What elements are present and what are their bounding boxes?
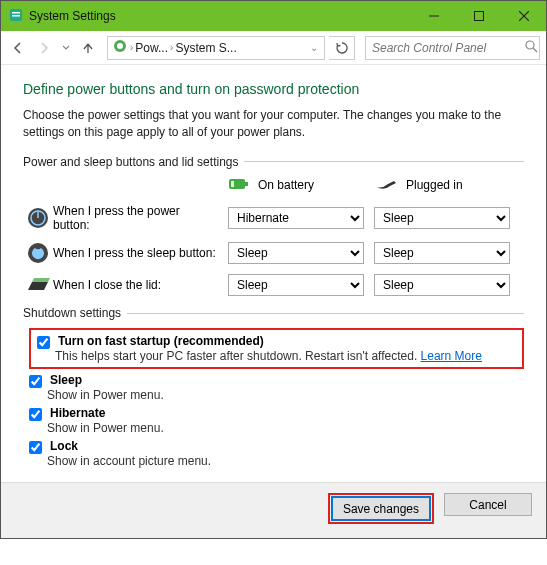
search-icon[interactable] (525, 40, 538, 56)
window-title: System Settings (29, 9, 116, 23)
save-highlight: Save changes (328, 493, 434, 524)
row-sleep-label: When I press the sleep button: (53, 246, 228, 260)
hibernate-row[interactable]: Hibernate (29, 406, 524, 421)
fast-startup-label: Turn on fast startup (recommended) (58, 334, 264, 348)
group-shutdown-label: Shutdown settings (23, 306, 121, 320)
group-power-sleep: Power and sleep buttons and lid settings (23, 155, 524, 169)
back-button[interactable] (7, 37, 29, 59)
sleep-sub: Show in Power menu. (47, 388, 524, 402)
breadcrumb-item-1[interactable]: Pow... (135, 41, 168, 55)
lid-plugged-select[interactable]: Sleep (374, 274, 510, 296)
chevron-right-icon: › (170, 42, 173, 53)
close-button[interactable] (501, 1, 546, 31)
fast-startup-sub: This helps start your PC faster after sh… (55, 349, 516, 363)
cancel-button[interactable]: Cancel (444, 493, 532, 516)
power-plugged-select[interactable]: Sleep (374, 207, 510, 229)
sleep-plugged-select[interactable]: Sleep (374, 242, 510, 264)
col-battery: On battery (228, 177, 374, 194)
hibernate-item: Hibernate Show in Power menu. (29, 406, 524, 435)
recent-dropdown[interactable] (59, 37, 73, 59)
up-button[interactable] (77, 37, 99, 59)
fast-startup-row[interactable]: Turn on fast startup (recommended) (37, 334, 516, 349)
svg-rect-1 (12, 12, 20, 14)
fast-startup-item: Turn on fast startup (recommended) This … (29, 328, 524, 369)
row-lid-label: When I close the lid: (53, 278, 228, 292)
content-area: Define power buttons and turn on passwor… (1, 65, 546, 482)
svg-rect-2 (12, 15, 20, 17)
fast-startup-checkbox[interactable] (37, 336, 50, 349)
hibernate-sub: Show in Power menu. (47, 421, 524, 435)
save-button[interactable]: Save changes (332, 497, 430, 520)
refresh-button[interactable] (329, 36, 355, 60)
lock-row[interactable]: Lock (29, 439, 524, 454)
sleep-row[interactable]: Sleep (29, 373, 524, 388)
sleep-battery-select[interactable]: Sleep (228, 242, 364, 264)
lock-label: Lock (50, 439, 78, 453)
power-battery-select[interactable]: Hibernate (228, 207, 364, 229)
group-shutdown: Shutdown settings (23, 306, 524, 320)
col-plugged-label: Plugged in (406, 178, 463, 192)
lid-icon (23, 276, 53, 294)
svg-rect-4 (474, 12, 483, 21)
lock-item: Lock Show in account picture menu. (29, 439, 524, 468)
search-box[interactable] (365, 36, 540, 60)
battery-icon (228, 177, 250, 194)
app-icon (9, 8, 23, 25)
svg-point-9 (526, 41, 534, 49)
search-input[interactable] (370, 40, 525, 56)
svg-line-10 (533, 48, 537, 52)
sleep-button-icon (23, 242, 53, 264)
lock-checkbox[interactable] (29, 441, 42, 454)
row-power-button: When I press the power button: Hibernate… (23, 204, 524, 233)
power-button-icon (23, 207, 53, 229)
svg-rect-12 (245, 182, 248, 186)
sleep-checkbox[interactable] (29, 375, 42, 388)
page-description: Choose the power settings that you want … (23, 107, 524, 141)
row-lid: When I close the lid: Sleep Sleep (23, 274, 524, 296)
svg-rect-13 (231, 181, 234, 187)
forward-button[interactable] (33, 37, 55, 59)
hibernate-checkbox[interactable] (29, 408, 42, 421)
group-label: Power and sleep buttons and lid settings (23, 155, 238, 169)
sleep-label: Sleep (50, 373, 82, 387)
titlebar: System Settings (1, 1, 546, 31)
fast-startup-desc: This helps start your PC faster after sh… (55, 349, 421, 363)
button-bar: Save changes Cancel (1, 482, 546, 538)
lid-battery-select[interactable]: Sleep (228, 274, 364, 296)
row-power-label: When I press the power button: (53, 204, 228, 233)
col-plugged: Plugged in (374, 177, 520, 194)
lock-sub: Show in account picture menu. (47, 454, 524, 468)
sleep-item: Sleep Show in Power menu. (29, 373, 524, 402)
minimize-button[interactable] (411, 1, 456, 31)
page-heading: Define power buttons and turn on passwor… (23, 81, 524, 97)
col-battery-label: On battery (258, 178, 314, 192)
breadcrumb[interactable]: › Pow... › System S... ⌄ (107, 36, 325, 60)
svg-point-8 (117, 43, 123, 49)
row-sleep-button: When I press the sleep button: Sleep Sle… (23, 242, 524, 264)
chevron-down-icon[interactable]: ⌄ (310, 42, 318, 53)
window-title-wrap: System Settings (9, 8, 411, 25)
maximize-button[interactable] (456, 1, 501, 31)
column-headers: On battery Plugged in (23, 177, 524, 194)
plug-icon (374, 177, 398, 194)
shutdown-settings: Turn on fast startup (recommended) This … (23, 328, 524, 468)
hibernate-label: Hibernate (50, 406, 105, 420)
power-plan-icon (112, 38, 128, 57)
learn-more-link[interactable]: Learn More (421, 349, 482, 363)
chevron-right-icon: › (130, 42, 133, 53)
address-bar: › Pow... › System S... ⌄ (1, 31, 546, 65)
breadcrumb-item-2[interactable]: System S... (175, 41, 236, 55)
